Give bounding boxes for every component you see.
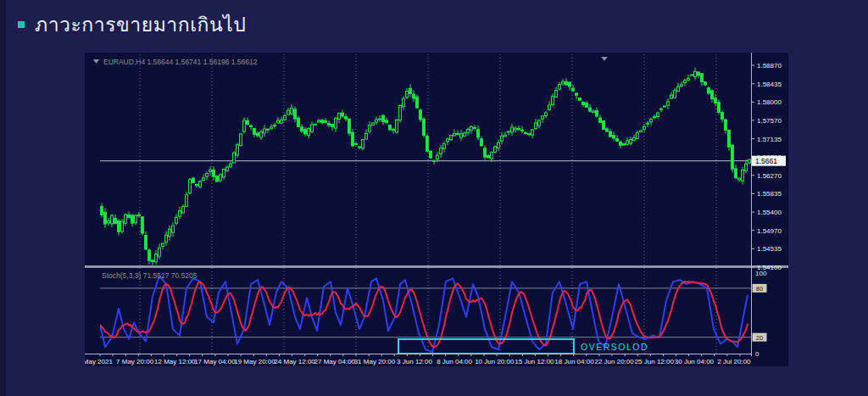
- time-axis-label: 3 May 2021: [85, 358, 113, 365]
- svg-text:1.56270: 1.56270: [757, 172, 782, 180]
- svg-text:1.54970: 1.54970: [757, 227, 782, 235]
- time-axis-label: 7 May 20:00: [116, 358, 154, 365]
- time-axis-label: 3 Jun 12:00: [397, 358, 432, 365]
- price-axis[interactable]: 1.588701.584351.580001.575701.571351.567…: [751, 62, 782, 271]
- slide-title-row: ภาวะการขายมากเกินไป: [18, 12, 246, 37]
- oversold-label: OVERSOLOD: [581, 342, 648, 352]
- stoch-level-label-20: 20: [756, 334, 763, 342]
- left-edge-shadow: [0, 0, 6, 396]
- symbol-ohlc-text: EURAUD,H4 1.56644 1.56741 1.56196 1.5661…: [103, 58, 258, 66]
- time-axis-label: 12 May 12:00: [154, 358, 196, 365]
- time-axis-label: 10 Jun 20:00: [475, 358, 515, 365]
- svg-text:1.58435: 1.58435: [757, 81, 782, 88]
- time-axis-label: 2 Jul 20:00: [717, 358, 751, 365]
- time-axis-label: 18 Jun 04:00: [554, 358, 594, 365]
- time-axis-label: 27 May 04:00: [314, 358, 356, 365]
- time-axis-label: 8 Jun 04:00: [437, 358, 472, 365]
- stochastic-plot[interactable]: [100, 276, 748, 352]
- trading-chart-window[interactable]: OVERSOLOD1.588701.584351.580001.575701.5…: [85, 53, 788, 366]
- time-axis-label: 17 May 04:00: [194, 358, 236, 365]
- svg-text:1.58000: 1.58000: [757, 98, 782, 106]
- time-axis-label: 15 Jun 12:00: [515, 358, 554, 365]
- chart-canvas[interactable]: OVERSOLOD1.588701.584351.580001.575701.5…: [85, 53, 788, 366]
- time-axis-label: 30 Jun 04:00: [675, 358, 715, 365]
- time-axis-label: 22 Jun 20:00: [594, 358, 634, 365]
- panel-separator[interactable]: [85, 265, 788, 268]
- symbol-header: EURAUD,H4 1.56644 1.56741 1.56196 1.5661…: [93, 58, 258, 66]
- time-axis[interactable]: 3 May 20217 May 20:0012 May 12:0017 May …: [85, 358, 751, 365]
- svg-text:1.57135: 1.57135: [757, 136, 782, 143]
- page-title: ภาวะการขายมากเกินไป: [35, 12, 246, 37]
- stoch-axis-100: 100: [755, 270, 767, 277]
- time-axis-label: 25 Jun 12:00: [635, 358, 675, 365]
- time-axis-label: 31 May 20:00: [354, 358, 396, 365]
- stoch-axis-0: 0: [755, 350, 760, 358]
- svg-text:1.58870: 1.58870: [757, 62, 782, 70]
- svg-text:1.57570: 1.57570: [757, 117, 782, 125]
- period-separator-gridlines: [140, 54, 716, 354]
- svg-text:1.55835: 1.55835: [757, 190, 782, 198]
- svg-text:1.5661: 1.5661: [755, 157, 777, 165]
- svg-text:1.54535: 1.54535: [757, 245, 782, 253]
- stoch-axis[interactable]: 10080200: [753, 270, 767, 358]
- svg-text:1.55400: 1.55400: [757, 209, 782, 216]
- chart-object-marker-icon: [601, 57, 608, 61]
- time-axis-label: 24 May 12:00: [274, 358, 315, 365]
- stoch-k-line: [100, 276, 748, 352]
- indicator-header: Stoch(5,3,3) 71.5527 70.5205: [102, 271, 198, 280]
- time-axis-label: 19 May 20:00: [234, 358, 275, 365]
- title-bullet-icon: [18, 21, 25, 28]
- symbol-collapse-icon[interactable]: [93, 59, 99, 64]
- current-price-label: 1.5661: [752, 156, 786, 166]
- stoch-level-label-80: 80: [756, 285, 763, 293]
- candlestick-plot[interactable]: [101, 68, 751, 265]
